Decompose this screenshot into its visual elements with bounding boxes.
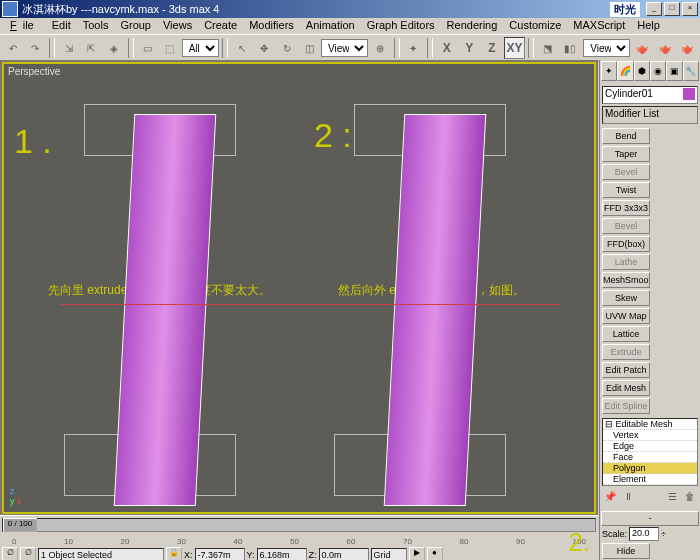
hide-button[interactable]: Hide	[602, 543, 650, 559]
menu-help[interactable]: Help	[631, 18, 666, 34]
axis-z-button[interactable]: Z	[481, 37, 503, 59]
display-tab[interactable]: ▣	[666, 61, 682, 81]
show-result-icon[interactable]: Ⅱ	[620, 488, 636, 504]
lock2-icon[interactable]: ∅	[20, 547, 36, 560]
menu-bar: File Edit Tools Group Views Create Modif…	[0, 18, 700, 34]
mod-bevel-profile[interactable]: Bevel Profile	[602, 218, 650, 234]
perspective-viewport[interactable]: Perspective 1 . 先向里 extrude 和 bevel，尺度不要…	[2, 62, 596, 514]
mod-extrude[interactable]: Extrude	[602, 344, 650, 360]
mod-twist[interactable]: Twist	[602, 182, 650, 198]
panel-tabs: ✦ 🌈 ⬢ ◉ ▣ 🔧	[600, 60, 700, 84]
select-move-button[interactable]: ✥	[253, 37, 275, 59]
create-tab[interactable]: ✦	[601, 61, 617, 81]
mod-uvwmap[interactable]: UVW Map	[602, 308, 650, 324]
key-button[interactable]: ●	[427, 547, 443, 560]
mod-editpatch[interactable]: Edit Patch	[602, 362, 650, 378]
lock-selection-icon[interactable]: 🔒	[166, 547, 182, 560]
coord-x[interactable]: -7.367m	[195, 548, 245, 560]
manipulate-button[interactable]: ✦	[403, 37, 425, 59]
mod-lattice[interactable]: Lattice	[602, 326, 650, 342]
coord-y[interactable]: 6.168m	[257, 548, 307, 560]
mod-ffd3[interactable]: FFD 3x3x3	[602, 200, 650, 216]
bind-button[interactable]: ◈	[103, 37, 125, 59]
minimize-button[interactable]: _	[646, 2, 662, 16]
time-slider-head[interactable]: 0 / 100	[3, 518, 37, 532]
stack-editable-mesh[interactable]: ⊟ Editable Mesh	[603, 419, 697, 430]
command-panel: ✦ 🌈 ⬢ ◉ ▣ 🔧 Cylinder01 Modifier List Ben…	[599, 60, 700, 560]
selection-status: 1 Object Selected	[38, 548, 164, 560]
mod-editspline[interactable]: Edit Spline	[602, 398, 650, 414]
undo-button[interactable]: ↶	[2, 37, 24, 59]
select-scale-button[interactable]: ◫	[298, 37, 320, 59]
scale-spinner[interactable]: 20.0	[629, 527, 659, 541]
lock-icon[interactable]: ∅	[2, 547, 18, 560]
axis-y-button[interactable]: Y	[459, 37, 481, 59]
maximize-button[interactable]: □	[664, 2, 680, 16]
menu-customize[interactable]: Customize	[503, 18, 567, 34]
menu-rendering[interactable]: Rendering	[441, 18, 504, 34]
mod-ffdbox[interactable]: FFD(box)	[602, 236, 650, 252]
modifier-stack[interactable]: ⊟ Editable Mesh Vertex Edge Face Polygon…	[602, 418, 698, 486]
color-swatch[interactable]	[683, 88, 695, 100]
menu-graph-editors[interactable]: Graph Editors	[361, 18, 441, 34]
utilities-tab[interactable]: 🔧	[683, 61, 699, 81]
annotation-2-number: 2 :	[314, 116, 352, 155]
select-object-button[interactable]: ↖	[231, 37, 253, 59]
pin-stack-icon[interactable]: 📌	[602, 488, 618, 504]
right-view-dropdown[interactable]: View	[583, 39, 630, 57]
gizmo-line	[60, 304, 560, 305]
menu-create[interactable]: Create	[198, 18, 243, 34]
menu-file[interactable]: File	[4, 18, 46, 34]
mod-bend[interactable]: Bend	[602, 128, 650, 144]
mod-meshsmooth[interactable]: MeshSmooth	[602, 272, 650, 288]
selection-rollout[interactable]: Selection	[601, 511, 699, 526]
mod-editmesh[interactable]: Edit Mesh	[602, 380, 650, 396]
motion-tab[interactable]: ◉	[650, 61, 666, 81]
subobj-vertex[interactable]: Vertex	[603, 430, 697, 441]
select-rotate-button[interactable]: ↻	[276, 37, 298, 59]
menu-tools[interactable]: Tools	[77, 18, 115, 34]
mod-lathe[interactable]: Lathe	[602, 254, 650, 270]
mod-taper[interactable]: Taper	[602, 146, 650, 162]
menu-edit[interactable]: Edit	[46, 18, 77, 34]
subobj-edge[interactable]: Edge	[603, 441, 697, 452]
menu-animation[interactable]: Animation	[300, 18, 361, 34]
object-name-field[interactable]: Cylinder01	[602, 86, 698, 104]
redo-button[interactable]: ↷	[25, 37, 47, 59]
axis-x-button[interactable]: X	[436, 37, 458, 59]
pivot-button[interactable]: ⊕	[369, 37, 391, 59]
subobj-face[interactable]: Face	[603, 452, 697, 463]
time-slider[interactable]: 0 / 100	[2, 518, 596, 532]
menu-group[interactable]: Group	[114, 18, 157, 34]
hierarchy-tab[interactable]: ⬢	[634, 61, 650, 81]
play-button[interactable]: ▶	[409, 547, 425, 560]
menu-views[interactable]: Views	[157, 18, 198, 34]
close-button[interactable]: ×	[682, 2, 698, 16]
coord-z[interactable]: 0.0m	[319, 548, 369, 560]
modifier-list-dropdown[interactable]: Modifier List	[602, 106, 698, 124]
select-button[interactable]: ▭	[137, 37, 159, 59]
filter-dropdown[interactable]: All	[182, 39, 219, 57]
axis-xy-button[interactable]: XY	[504, 37, 526, 59]
mod-skew[interactable]: Skew	[602, 290, 650, 306]
select-region-button[interactable]: ⬚	[159, 37, 181, 59]
stack-toolbar: 📌 Ⅱ ☰ 🗑	[600, 488, 700, 504]
subobj-element[interactable]: Element	[603, 474, 697, 485]
render-scene-button[interactable]: 🫖	[631, 37, 653, 59]
menu-modifiers[interactable]: Modifiers	[243, 18, 300, 34]
snap-button[interactable]: ⬔	[537, 37, 559, 59]
link-button[interactable]: ⇲	[58, 37, 80, 59]
remove-mod-icon[interactable]: 🗑	[682, 488, 698, 504]
config-icon[interactable]: ☰	[664, 488, 680, 504]
axis-tripod: z y x	[10, 486, 22, 506]
ref-coord-dropdown[interactable]: View	[321, 39, 368, 57]
modify-tab[interactable]: 🌈	[617, 61, 633, 81]
menu-maxscript[interactable]: MAXScript	[567, 18, 631, 34]
scale-label: Scale:	[602, 529, 627, 539]
unlink-button[interactable]: ⇱	[81, 37, 103, 59]
subobj-polygon[interactable]: Polygon	[603, 463, 697, 474]
quick-render-button[interactable]: 🫖	[654, 37, 676, 59]
mod-bevel[interactable]: Bevel	[602, 164, 650, 180]
render-last-button[interactable]: 🫖	[676, 37, 698, 59]
mirror-button[interactable]: ▮▯	[560, 37, 582, 59]
